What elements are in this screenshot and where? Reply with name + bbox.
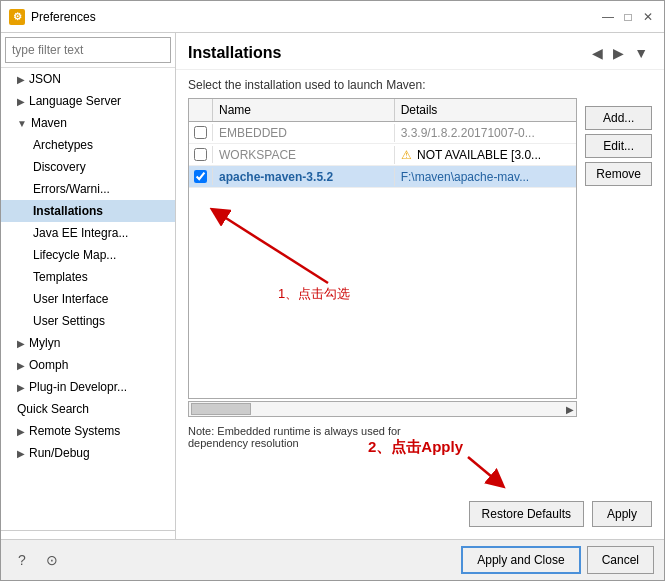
sidebar-item-mylyn[interactable]: ▶ Mylyn	[1, 332, 175, 354]
table-scrollbar[interactable]: ▶	[188, 401, 577, 417]
warning-icon: ⚠	[401, 148, 412, 162]
row-name-embedded: EMBEDDED	[213, 124, 395, 142]
apply-close-button[interactable]: Apply and Close	[461, 546, 580, 574]
title-left: ⚙ Preferences	[9, 9, 96, 25]
panel-header: Installations ◀ ▶ ▼	[176, 33, 664, 70]
panel-title: Installations	[188, 44, 281, 62]
window-title: Preferences	[31, 10, 96, 24]
sidebar: ▶ JSON ▶ Language Server ▼ Maven Archety…	[1, 33, 176, 539]
row-details-workspace: ⚠ NOT AVAILABLE [3.0...	[395, 146, 577, 164]
title-bar: ⚙ Preferences — □ ✕	[1, 1, 664, 33]
search-box	[1, 33, 175, 68]
col-header-name: Name	[213, 99, 395, 121]
app-icon: ⚙	[9, 9, 25, 25]
col-header-check	[189, 99, 213, 121]
sidebar-item-label: Oomph	[29, 358, 68, 372]
edit-button[interactable]: Edit...	[585, 134, 652, 158]
maximize-button[interactable]: □	[620, 9, 636, 25]
table-wrapper: Name Details EMBEDDED 3.3	[188, 98, 577, 417]
scroll-thumb	[191, 403, 251, 415]
forward-button[interactable]: ▶	[609, 43, 628, 63]
expand-arrow: ▶	[17, 338, 25, 349]
scroll-right-arrow: ▶	[564, 404, 576, 415]
sidebar-item-installations[interactable]: Installations	[1, 200, 175, 222]
row-checkbox-apache-maven[interactable]	[194, 170, 207, 183]
sidebar-item-label: Errors/Warni...	[33, 182, 110, 196]
row-checkbox-embedded[interactable]	[194, 126, 207, 139]
sidebar-item-language-server[interactable]: ▶ Language Server	[1, 90, 175, 112]
sidebar-item-errors[interactable]: Errors/Warni...	[1, 178, 175, 200]
restore-defaults-button[interactable]: Restore Defaults	[469, 501, 584, 527]
sidebar-item-remote-systems[interactable]: ▶ Remote Systems	[1, 420, 175, 442]
settings-button[interactable]: ⊙	[41, 549, 63, 571]
tree-view: ▶ JSON ▶ Language Server ▼ Maven Archety…	[1, 68, 175, 530]
remove-button[interactable]: Remove	[585, 162, 652, 186]
sidebar-item-run-debug[interactable]: ▶ Run/Debug	[1, 442, 175, 464]
sidebar-item-archetypes[interactable]: Archetypes	[1, 134, 175, 156]
sidebar-item-label: Installations	[33, 204, 103, 218]
expand-arrow: ▶	[17, 426, 25, 437]
installations-table: Name Details EMBEDDED 3.3	[188, 98, 577, 399]
table-action-buttons: Add... Edit... Remove	[577, 98, 652, 417]
cancel-button[interactable]: Cancel	[587, 546, 654, 574]
panel-bottom-buttons: Restore Defaults Apply	[188, 497, 652, 531]
row-details-apache-maven: F:\maven\apache-mav...	[395, 168, 577, 186]
sidebar-item-label: Remote Systems	[29, 424, 120, 438]
sidebar-item-label: Language Server	[29, 94, 121, 108]
sidebar-item-label: User Interface	[33, 292, 108, 306]
sidebar-item-label: Templates	[33, 270, 88, 284]
nav-dropdown-button[interactable]: ▼	[630, 43, 652, 63]
note-text: Note: Embedded runtime is always used fo…	[188, 425, 652, 449]
footer: ? ⊙ Apply and Close Cancel	[1, 539, 664, 580]
window-controls: — □ ✕	[600, 9, 656, 25]
row-name-apache-maven: apache-maven-3.5.2	[213, 168, 395, 186]
sidebar-item-templates[interactable]: Templates	[1, 266, 175, 288]
footer-right: Apply and Close Cancel	[461, 546, 654, 574]
panel-description: Select the installation used to launch M…	[188, 78, 652, 92]
back-button[interactable]: ◀	[588, 43, 607, 63]
sidebar-bottom	[1, 530, 175, 539]
sidebar-item-maven[interactable]: ▼ Maven	[1, 112, 175, 134]
table-row: EMBEDDED 3.3.9/1.8.2.20171007-0...	[189, 122, 576, 144]
sidebar-item-label: Quick Search	[17, 402, 89, 416]
search-input[interactable]	[5, 37, 171, 63]
sidebar-item-label: Plug-in Developr...	[29, 380, 127, 394]
sidebar-item-quick-search[interactable]: Quick Search	[1, 398, 175, 420]
sidebar-item-java-ee[interactable]: Java EE Integra...	[1, 222, 175, 244]
row-checkbox-cell	[189, 146, 213, 163]
add-button[interactable]: Add...	[585, 106, 652, 130]
row-name-workspace: WORKSPACE	[213, 146, 395, 164]
table-body: EMBEDDED 3.3.9/1.8.2.20171007-0... WORKS…	[189, 122, 576, 398]
sidebar-item-label: Archetypes	[33, 138, 93, 152]
right-panel: Installations ◀ ▶ ▼ Select the installat…	[176, 33, 664, 539]
expand-arrow: ▼	[17, 118, 27, 129]
sidebar-item-discovery[interactable]: Discovery	[1, 156, 175, 178]
sidebar-item-plugin-dev[interactable]: ▶ Plug-in Developr...	[1, 376, 175, 398]
sidebar-item-label: Run/Debug	[29, 446, 90, 460]
panel-body: Select the installation used to launch M…	[176, 70, 664, 539]
sidebar-item-label: Discovery	[33, 160, 86, 174]
expand-arrow: ▶	[17, 448, 25, 459]
close-button[interactable]: ✕	[640, 9, 656, 25]
expand-arrow: ▶	[17, 96, 25, 107]
sidebar-item-oomph[interactable]: ▶ Oomph	[1, 354, 175, 376]
sidebar-item-user-interface[interactable]: User Interface	[1, 288, 175, 310]
row-details-text: NOT AVAILABLE [3.0...	[417, 148, 541, 162]
table-row: WORKSPACE ⚠ NOT AVAILABLE [3.0...	[189, 144, 576, 166]
row-checkbox-workspace[interactable]	[194, 148, 207, 161]
sidebar-item-json[interactable]: ▶ JSON	[1, 68, 175, 90]
sidebar-item-user-settings[interactable]: User Settings	[1, 310, 175, 332]
sidebar-item-label: Java EE Integra...	[33, 226, 128, 240]
minimize-button[interactable]: —	[600, 9, 616, 25]
help-button[interactable]: ?	[11, 549, 33, 571]
apply-button[interactable]: Apply	[592, 501, 652, 527]
sidebar-item-label: Maven	[31, 116, 67, 130]
expand-arrow: ▶	[17, 360, 25, 371]
col-header-details: Details	[395, 99, 577, 121]
main-content: ▶ JSON ▶ Language Server ▼ Maven Archety…	[1, 33, 664, 539]
sidebar-item-lifecycle[interactable]: Lifecycle Map...	[1, 244, 175, 266]
nav-arrows: ◀ ▶ ▼	[588, 43, 652, 63]
sidebar-item-label: User Settings	[33, 314, 105, 328]
row-details-embedded: 3.3.9/1.8.2.20171007-0...	[395, 124, 577, 142]
table-header: Name Details	[189, 99, 576, 122]
